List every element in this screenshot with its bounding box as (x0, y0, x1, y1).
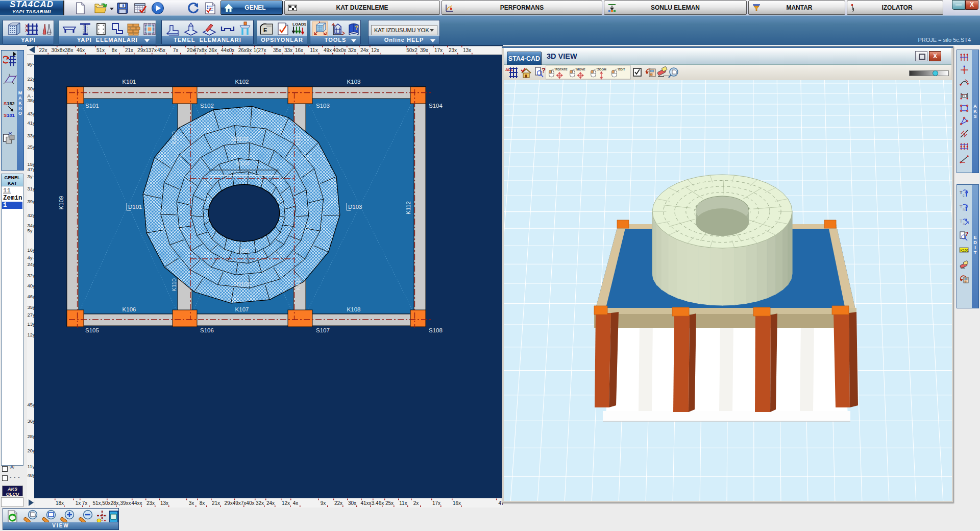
svg-text:K105: K105 (235, 248, 249, 254)
svg-text:18x: 18x (56, 500, 64, 506)
svg-text:32y: 32y (28, 273, 36, 278)
svg-text:5y: 5y (28, 228, 33, 233)
svg-text:3x: 3x (189, 500, 194, 506)
svg-text:23x: 23x (146, 500, 155, 506)
svg-text:12x: 12x (371, 47, 379, 53)
svg-text:3.46x: 3.46x (372, 500, 384, 506)
svg-text:40y: 40y (28, 283, 36, 288)
svg-text:S101: S101 (85, 103, 99, 109)
svg-text:?: ? (542, 66, 546, 74)
svg-text:41xx: 41xx (360, 500, 371, 506)
svg-text:22x: 22x (334, 500, 342, 506)
svg-text:LOADS: LOADS (292, 22, 306, 27)
svg-text:1(27x: 1(27x (253, 47, 266, 53)
svg-text:11x: 11x (310, 47, 317, 53)
svg-text:9x: 9x (321, 500, 326, 506)
svg-text:D101: D101 (128, 204, 142, 210)
svg-text:28y: 28y (28, 433, 36, 439)
svg-text:38y: 38y (28, 98, 36, 103)
svg-text:8x: 8x (112, 47, 117, 53)
svg-text:21x: 21x (125, 47, 133, 53)
svg-text:40x0x: 40x0x (333, 47, 347, 53)
svg-text:K110: K110 (171, 278, 177, 292)
svg-text:K107: K107 (235, 306, 249, 312)
svg-text:K101: K101 (122, 79, 136, 85)
svg-text:44x0x: 44x0x (221, 47, 235, 53)
svg-text:K108: K108 (347, 306, 361, 312)
svg-text:48y: 48y (28, 472, 36, 478)
svg-text:24y: 24y (28, 261, 36, 267)
svg-text:51x,50x28x,39xx: 51x,50x28x,39xx (92, 500, 131, 506)
svg-text:11x: 11x (399, 500, 407, 506)
svg-text:1x: 1x (76, 500, 81, 506)
svg-text:K101: K101 (961, 249, 969, 252)
svg-text:49x: 49x (324, 47, 332, 53)
svg-text:K109: K109 (58, 196, 64, 210)
svg-text:ZOOM: ZOOM (597, 68, 606, 71)
svg-text:25y: 25y (28, 144, 36, 150)
svg-text:36y: 36y (28, 418, 36, 424)
svg-text:S152: S152 (4, 101, 15, 106)
svg-text:46y: 46y (28, 294, 36, 299)
svg-text:K112: K112 (405, 201, 411, 214)
svg-text:25x: 25x (385, 500, 394, 506)
svg-text:S104: S104 (429, 103, 443, 109)
svg-text:T: T (965, 192, 968, 198)
svg-text:12x: 12x (282, 500, 290, 506)
svg-text:24x: 24x (360, 47, 369, 53)
svg-text:EDIT: EDIT (618, 68, 625, 71)
svg-text:41y: 41y (28, 120, 36, 126)
svg-text:S101: S101 (4, 112, 15, 118)
svg-text:33y: 33y (28, 133, 36, 138)
svg-text:A: A (963, 222, 965, 226)
svg-text:?: ? (965, 231, 968, 237)
svg-text:30x8x38x: 30x8x38x (52, 47, 74, 53)
svg-text:35x: 35x (273, 47, 281, 53)
svg-text:45x: 45x (157, 47, 165, 53)
svg-text:42y: 42y (28, 212, 36, 218)
svg-text:16y: 16y (28, 247, 36, 253)
svg-text:8x: 8x (200, 500, 205, 506)
svg-text:32x: 32x (348, 47, 356, 53)
svg-text:4y-: 4y- (28, 255, 34, 260)
svg-text:29x137x: 29x137x (137, 47, 157, 53)
svg-text:MOVE: MOVE (576, 68, 585, 71)
svg-text:13x: 13x (160, 500, 168, 506)
svg-text:44xx: 44xx (131, 500, 142, 506)
svg-text:21x: 21x (212, 500, 220, 506)
svg-text:27y: 27y (28, 312, 36, 318)
svg-text:1D102: 1D102 (231, 136, 249, 142)
svg-text:47y: 47y (28, 166, 36, 172)
svg-text:30x: 30x (348, 500, 356, 506)
svg-text:51x: 51x (96, 47, 105, 53)
svg-text:16x: 16x (453, 500, 461, 506)
svg-text:12y: 12y (28, 332, 36, 337)
svg-text:3y-: 3y- (28, 174, 34, 179)
svg-text:7x: 7x (173, 47, 179, 53)
svg-text:17x: 17x (432, 500, 440, 506)
svg-text:K110: K110 (171, 131, 177, 144)
svg-text:K111: K111 (295, 132, 301, 145)
svg-text:?: ? (355, 25, 358, 31)
svg-text:13y: 13y (28, 321, 36, 327)
svg-text:D103: D103 (348, 204, 362, 210)
svg-text:30y: 30y (28, 86, 36, 91)
svg-text:29x49x7x40x: 29x49x7x40x (225, 500, 255, 506)
svg-text:K103: K103 (347, 79, 361, 85)
svg-text:11y: 11y (28, 464, 35, 469)
svg-text:47x8x: 47x8x (193, 47, 207, 53)
svg-text:43y: 43y (28, 111, 36, 116)
svg-text:9y-: 9y- (28, 61, 34, 67)
svg-text:16x: 16x (295, 47, 303, 53)
svg-text:31y: 31y (28, 186, 36, 191)
svg-text:K111: K111 (295, 277, 301, 290)
svg-text:46x: 46x (77, 47, 85, 53)
svg-text:K102: K102 (235, 79, 249, 85)
svg-text:S108: S108 (429, 327, 443, 333)
svg-text:4x: 4x (293, 500, 299, 506)
svg-text:K106: K106 (122, 306, 136, 312)
svg-text:S102: S102 (200, 103, 214, 109)
svg-text:1D104: 1D104 (233, 281, 251, 287)
svg-text:36x: 36x (209, 47, 217, 53)
svg-text:?: ? (963, 133, 965, 136)
